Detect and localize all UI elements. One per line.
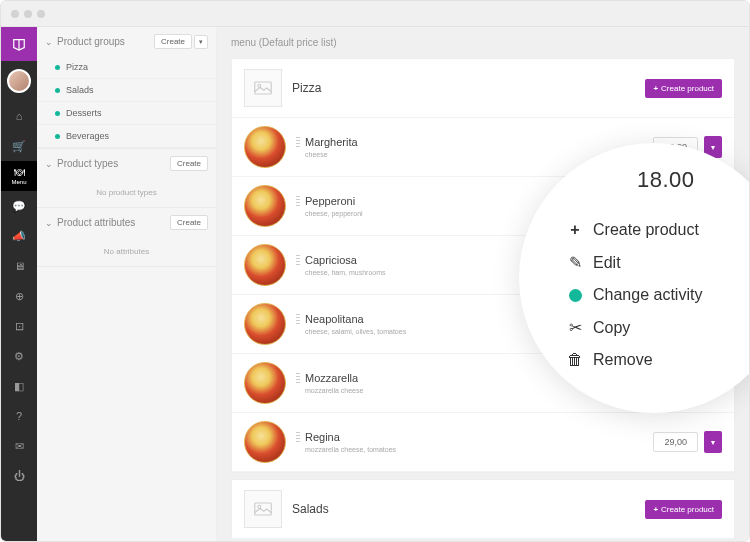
rail-power[interactable]: ⏻ [1, 461, 37, 491]
avatar[interactable] [7, 69, 31, 93]
trash-icon: 🗑 [567, 351, 583, 369]
drag-handle-icon[interactable] [296, 255, 300, 265]
rail-logo[interactable] [1, 27, 37, 61]
product-name: Pepperoni [305, 195, 355, 207]
product-name: Margherita [305, 136, 358, 148]
create-product-button[interactable]: Create product [645, 500, 722, 519]
rail-globe[interactable]: ⊕ [1, 281, 37, 311]
rail-display[interactable]: 🖥 [1, 251, 37, 281]
image-placeholder-icon [244, 490, 282, 528]
rail-reports[interactable]: ◧ [1, 371, 37, 401]
product-name: Mozzarella [305, 372, 358, 384]
svg-rect-2 [255, 503, 272, 515]
product-description: mozzarella cheese, tomatoes [305, 446, 653, 453]
sidebar-groups-header[interactable]: ⌄ Product groups Create ▾ [37, 27, 216, 56]
group-header: PizzaCreate product [232, 59, 734, 118]
product-thumb [244, 421, 286, 463]
window-dot [37, 10, 45, 18]
scissors-icon: ✂ [569, 318, 582, 337]
sidebar-groups-section: ⌄ Product groups Create ▾ PizzaSaladsDes… [37, 27, 216, 149]
group-title: Salads [292, 502, 645, 516]
sidebar: ⌄ Product groups Create ▾ PizzaSaladsDes… [37, 27, 217, 541]
overlay-price: 18.00 [637, 167, 695, 193]
rail-home[interactable]: ⌂ [1, 101, 37, 131]
product-row: Reginamozzarella cheese, tomatoes29,00▾ [232, 413, 734, 472]
sidebar-types-header[interactable]: ⌄ Product types Create [37, 149, 216, 178]
drag-handle-icon[interactable] [296, 137, 300, 147]
activity-dot-icon [55, 65, 60, 70]
activity-dot-icon [569, 289, 582, 302]
drag-handle-icon[interactable] [296, 314, 300, 324]
activity-dot-icon [55, 134, 60, 139]
sidebar-item-label: Salads [66, 85, 94, 95]
svg-rect-0 [255, 82, 272, 94]
context-menu-item[interactable]: +Create product [565, 214, 749, 246]
chevron-down-icon: ⌄ [45, 159, 53, 169]
product-price[interactable]: 29,00 [653, 432, 698, 452]
sidebar-group-item[interactable]: Desserts [37, 102, 216, 125]
rail-module[interactable]: ⊡ [1, 311, 37, 341]
context-menu-item[interactable]: 🗑Remove [565, 344, 749, 376]
sidebar-types-empty: No product types [37, 178, 216, 207]
sidebar-group-item[interactable]: Beverages [37, 125, 216, 148]
drag-handle-icon[interactable] [296, 373, 300, 383]
chevron-down-icon: ⌄ [45, 37, 53, 47]
sidebar-item-label: Pizza [66, 62, 88, 72]
activity-dot-icon [55, 88, 60, 93]
chevron-down-icon: ⌄ [45, 218, 53, 228]
sidebar-attributes-title: Product attributes [57, 217, 170, 228]
product-thumb [244, 362, 286, 404]
window-dot [11, 10, 19, 18]
create-attribute-button[interactable]: Create [170, 215, 208, 230]
sidebar-item-label: Desserts [66, 108, 102, 118]
group-header: SaladsCreate product [232, 480, 734, 539]
rail-chat[interactable]: 💬 [1, 191, 37, 221]
rail-settings[interactable]: ⚙ [1, 341, 37, 371]
context-menu-label: Change activity [593, 286, 702, 304]
drag-handle-icon[interactable] [296, 432, 300, 442]
rail-help[interactable]: ? [1, 401, 37, 431]
product-thumb [244, 244, 286, 286]
rail-announce[interactable]: 📣 [1, 221, 37, 251]
sidebar-group-item[interactable]: Pizza [37, 56, 216, 79]
context-menu-label: Edit [593, 254, 621, 272]
sidebar-attributes-header[interactable]: ⌄ Product attributes Create [37, 208, 216, 237]
product-thumb [244, 126, 286, 168]
group-card: SaladsCreate product [231, 479, 735, 540]
image-placeholder-icon [244, 69, 282, 107]
window-titlebar [1, 1, 749, 27]
product-thumb [244, 185, 286, 227]
sidebar-attributes-section: ⌄ Product attributes Create No attribute… [37, 208, 216, 267]
main-panel: menu (Default price list) PizzaCreate pr… [217, 27, 749, 541]
group-title: Pizza [292, 81, 645, 95]
sidebar-attributes-empty: No attributes [37, 237, 216, 266]
create-type-button[interactable]: Create [170, 156, 208, 171]
context-menu-label: Create product [593, 221, 699, 239]
sidebar-group-item[interactable]: Salads [37, 79, 216, 102]
rail-menu[interactable]: 🍽Menu [1, 161, 37, 191]
product-name: Capriciosa [305, 254, 357, 266]
sidebar-types-section: ⌄ Product types Create No product types [37, 149, 216, 208]
product-action-button[interactable]: ▾ [704, 431, 722, 453]
drag-handle-icon[interactable] [296, 196, 300, 206]
activity-dot-icon [55, 111, 60, 116]
rail-mail[interactable]: ✉ [1, 431, 37, 461]
context-menu-item[interactable]: Change activity [565, 279, 749, 311]
app-window: ⌂ 🛒 🍽Menu 💬 📣 🖥 ⊕ ⊡ ⚙ ◧ ? ✉ ⏻ ⌄ Product … [0, 0, 750, 542]
context-menu-item[interactable]: ✂Copy [565, 311, 749, 344]
window-dot [24, 10, 32, 18]
pencil-icon: ✎ [569, 253, 582, 272]
create-group-caret[interactable]: ▾ [194, 35, 208, 49]
product-info: Reginamozzarella cheese, tomatoes [296, 431, 653, 453]
context-menu-item[interactable]: ✎Edit [565, 246, 749, 279]
product-thumb [244, 303, 286, 345]
create-product-button[interactable]: Create product [645, 79, 722, 98]
create-group-button[interactable]: Create [154, 34, 192, 49]
breadcrumb: menu (Default price list) [217, 27, 749, 58]
context-menu-label: Copy [593, 319, 630, 337]
rail-cart[interactable]: 🛒 [1, 131, 37, 161]
product-name: Regina [305, 431, 340, 443]
icon-rail: ⌂ 🛒 🍽Menu 💬 📣 🖥 ⊕ ⊡ ⚙ ◧ ? ✉ ⏻ [1, 27, 37, 541]
context-menu-label: Remove [593, 351, 653, 369]
product-name: Neapolitana [305, 313, 364, 325]
